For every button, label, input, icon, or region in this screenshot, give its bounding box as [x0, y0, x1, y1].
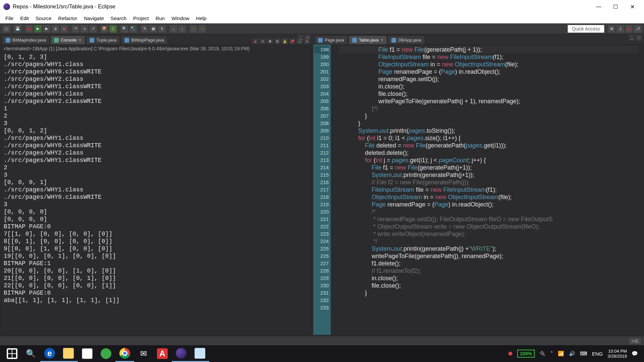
acrobat-icon[interactable]: A: [153, 345, 172, 362]
stop-button[interactable]: ■: [60, 25, 68, 33]
close-icon[interactable]: ✕: [78, 38, 82, 42]
coverage-button[interactable]: ▶: [43, 25, 50, 33]
eclipse-taskbar-icon[interactable]: [172, 345, 191, 362]
open-perspective-button[interactable]: ⊞: [608, 25, 615, 33]
menu-window[interactable]: Window: [168, 14, 193, 22]
tab-bitmapindex-java[interactable]: BitMapIndex.java: [2, 36, 50, 44]
run-button[interactable]: ▶: [34, 25, 42, 33]
remove-all-button[interactable]: ✖: [267, 38, 273, 44]
tray-icon-1[interactable]: ⬢: [508, 351, 513, 357]
minimize-button[interactable]: —: [590, 0, 607, 13]
debug-perspective-button[interactable]: 🐞: [625, 25, 633, 33]
volume-icon[interactable]: 🔊: [569, 351, 575, 357]
new-class-button[interactable]: C: [109, 25, 117, 33]
forward-button[interactable]: →: [199, 25, 206, 33]
edge-icon[interactable]: e: [40, 345, 59, 362]
close-button[interactable]: ✕: [624, 0, 641, 13]
network-icon[interactable]: 📶: [558, 351, 564, 357]
notifications-icon[interactable]: 💬: [632, 351, 638, 357]
menu-edit[interactable]: Edit: [17, 14, 32, 22]
pin-console-button[interactable]: 📌: [289, 38, 295, 44]
tab-table-java[interactable]: Table.java✕: [348, 36, 387, 44]
tab-bitmappage-java[interactable]: BitMapPage.java: [121, 36, 168, 44]
menu-file[interactable]: File: [2, 14, 17, 22]
language-indicator[interactable]: ENG: [592, 351, 603, 357]
tab-tuple-java[interactable]: Tuple.java: [86, 36, 120, 44]
java-perspective-button[interactable]: J: [616, 25, 624, 33]
tab-icon: [391, 38, 396, 43]
menu-refactor[interactable]: Refactor: [55, 14, 81, 22]
search-button[interactable]: 🔦: [129, 25, 137, 33]
step-into-button[interactable]: ↘: [80, 25, 88, 33]
console-output[interactable]: [0, 1, 2, 3] ./src/pages/WHY1.class ./sr…: [1, 53, 312, 305]
clock[interactable]: 10:04 PM 3/28/2019: [607, 349, 627, 359]
toggle-block-button[interactable]: ▦: [150, 25, 157, 33]
menu-search[interactable]: Search: [107, 14, 130, 22]
toggle-mark-button[interactable]: ✎: [141, 25, 148, 33]
power-icon[interactable]: 🔌: [539, 351, 546, 357]
tab-icon: [90, 38, 94, 43]
maximize-button[interactable]: ☐: [607, 0, 624, 13]
store-icon[interactable]: 🛍: [78, 345, 97, 362]
new-button[interactable]: ▢: [3, 25, 10, 33]
tab-dbapp-java[interactable]: DBApp.java: [388, 36, 425, 44]
terminate-button[interactable]: ■: [252, 38, 258, 44]
new-package-button[interactable]: 📦: [101, 25, 108, 33]
editor-pane: _ □ Page.javaTable.java✕DBApp.java 19819…: [313, 35, 643, 335]
eclipse-icon: [3, 3, 10, 10]
menu-project[interactable]: Project: [130, 14, 152, 22]
debug-button[interactable]: 🐞: [25, 25, 33, 33]
scroll-lock-button[interactable]: 🔒: [282, 38, 288, 44]
notepad-icon[interactable]: [191, 345, 209, 362]
editor-minimize-button[interactable]: _: [629, 35, 635, 41]
mail-icon[interactable]: ✉: [134, 345, 153, 362]
console-content[interactable]: <terminated> DBApp (1) [Java Application…: [1, 44, 312, 335]
app-icon-1[interactable]: [97, 345, 115, 362]
git-perspective-button[interactable]: ⎇: [634, 25, 641, 33]
prev-annotation-button[interactable]: ↑: [178, 25, 186, 33]
overview-ruler[interactable]: [638, 45, 643, 335]
remove-launch-button[interactable]: ✕: [260, 38, 266, 44]
tray-up-icon[interactable]: ˄: [550, 351, 553, 357]
status-indicator[interactable]: ▭▯: [629, 338, 641, 344]
tab-icon: [6, 38, 10, 43]
tab-icon: [318, 38, 323, 43]
resume-button[interactable]: ⏸: [52, 25, 59, 33]
search-button-taskbar[interactable]: 🔍: [21, 345, 40, 362]
start-button[interactable]: [3, 345, 21, 362]
menubar: FileEditSourceRefactorNavigateSearchProj…: [0, 13, 644, 23]
show-whitespace-button[interactable]: ¶: [158, 25, 166, 33]
tab-icon: [124, 38, 129, 43]
quick-access-input[interactable]: Quick Access: [568, 25, 604, 33]
menu-navigate[interactable]: Navigate: [80, 14, 107, 22]
tab-label: Table.java: [359, 38, 379, 43]
close-icon[interactable]: ✕: [380, 38, 383, 42]
step-return-button[interactable]: ↗: [89, 25, 97, 33]
menu-help[interactable]: Help: [193, 14, 210, 22]
battery-indicator[interactable]: 100%: [517, 350, 535, 358]
pane-maximize-button[interactable]: □: [305, 35, 311, 41]
pane-minimize-button[interactable]: _: [298, 35, 304, 41]
file-explorer-icon[interactable]: [59, 345, 78, 362]
input-icon[interactable]: ⌨: [580, 351, 587, 357]
console-tabbar: BitMapIndex.javaConsole✕Tuple.javaBitMap…: [1, 35, 312, 44]
fold-strip[interactable]: [331, 45, 335, 335]
chrome-icon[interactable]: [115, 345, 134, 362]
tab-label: Console: [61, 38, 77, 43]
menu-source[interactable]: Source: [32, 14, 55, 22]
back-button[interactable]: ←: [190, 25, 197, 33]
open-type-button[interactable]: 🔍: [121, 25, 128, 33]
clear-console-button[interactable]: 🗎: [274, 38, 280, 44]
tab-console[interactable]: Console✕: [50, 36, 86, 44]
menu-run[interactable]: Run: [152, 14, 168, 22]
step-over-button[interactable]: ↷: [72, 25, 79, 33]
code-area[interactable]: File f1 = new File(generatePath(j + 1));…: [335, 45, 643, 335]
editor-maximize-button[interactable]: □: [636, 35, 642, 41]
system-tray: ⬢ 100% 🔌 ˄ 📶 🔊 ⌨ ENG 10:04 PM 3/28/2019 …: [508, 349, 641, 359]
tab-icon: [352, 38, 357, 43]
save-button[interactable]: 💾: [14, 25, 21, 33]
line-number-gutter[interactable]: 1981992002012022032042052062072082092102…: [313, 45, 331, 335]
editor-tabbar: Page.javaTable.java✕DBApp.java: [313, 35, 643, 44]
next-annotation-button[interactable]: ↓: [170, 25, 177, 33]
tab-page-java[interactable]: Page.java: [314, 36, 348, 44]
